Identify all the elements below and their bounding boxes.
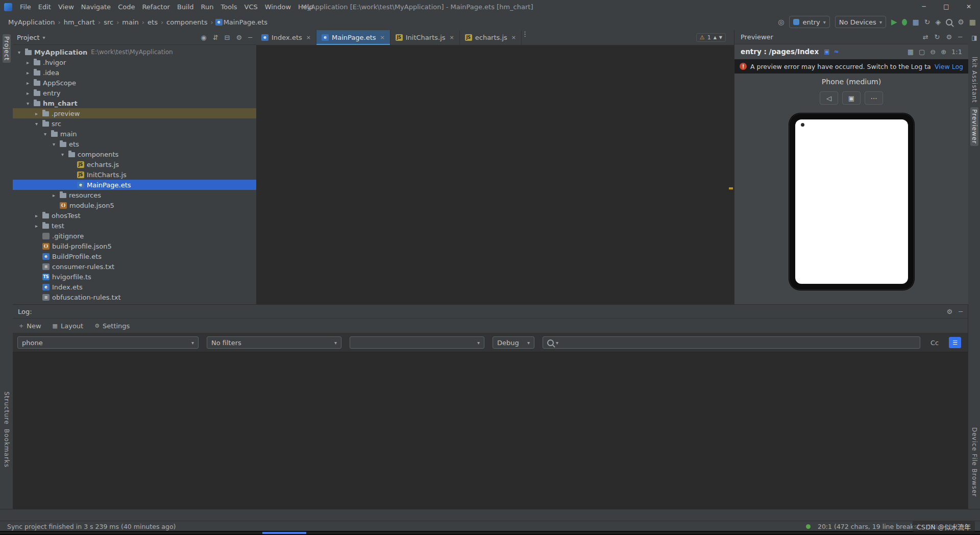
chevron-down-icon[interactable]: ▾ <box>18 50 25 55</box>
menu-window[interactable]: Window <box>261 3 295 11</box>
collapse-all-icon[interactable]: ⊟ <box>225 34 230 41</box>
tree-item-AppScope[interactable]: ▸AppScope <box>13 78 256 88</box>
tree-item-entry[interactable]: ▸entry <box>13 88 256 98</box>
settings-icon[interactable]: ⚙ <box>946 33 952 41</box>
chevron-right-icon[interactable]: ▸ <box>35 111 42 116</box>
chevron-right-icon[interactable]: ▸ <box>35 223 42 229</box>
close-tab-icon[interactable]: × <box>380 34 385 41</box>
tree-item-MyApplication[interactable]: ▾MyApplicationE:\work\test\MyApplication <box>13 47 256 57</box>
inspection-widget[interactable]: ⚠ 1 ▲ ▼ <box>696 33 726 42</box>
editor-tab-MainPage.ets[interactable]: eMainPage.ets× <box>316 30 390 45</box>
editor-tab-echarts.js[interactable]: JSecharts.js× <box>460 30 522 45</box>
sync-icon[interactable]: ↻ <box>924 18 930 26</box>
hot-reload-icon[interactable]: ▣ <box>824 48 829 55</box>
close-button[interactable]: ✕ <box>958 0 980 14</box>
menu-refactor[interactable]: Refactor <box>138 3 174 11</box>
chevron-right-icon[interactable]: ▸ <box>35 213 42 218</box>
settings-icon[interactable]: ⚙ <box>947 308 953 315</box>
tree-item-echarts.js[interactable]: JSecharts.js <box>13 159 256 169</box>
tree-item-MainPage.ets[interactable]: eMainPage.ets <box>13 180 256 190</box>
match-case-toggle[interactable]: Cc <box>928 339 941 347</box>
locate-file-icon[interactable]: ◉ <box>201 34 206 41</box>
breadcrumb-item-src[interactable]: src <box>103 18 114 26</box>
hide-panel-icon[interactable]: ─ <box>958 33 962 41</box>
inspection-status-icon[interactable] <box>806 524 811 529</box>
chevron-right-icon[interactable]: ▸ <box>27 60 34 65</box>
menu-code[interactable]: Code <box>114 3 138 11</box>
breadcrumb-item-ets[interactable]: ets <box>146 18 159 26</box>
debug-button[interactable] <box>902 19 907 26</box>
zoom-out-icon[interactable]: ⊖ <box>930 48 936 56</box>
breadcrumb-item-hm_chart[interactable]: hm_chart <box>63 18 96 26</box>
tree-item-main[interactable]: ▾main <box>13 129 256 139</box>
tree-item-.idea[interactable]: ▸.idea <box>13 67 256 78</box>
grid-view-icon[interactable]: ▦ <box>908 48 914 56</box>
menu-build[interactable]: Build <box>174 3 198 11</box>
attach-profiler-icon[interactable]: ▦ <box>912 18 919 26</box>
zoom-in-icon[interactable]: ⊕ <box>941 48 946 56</box>
stripe-tab-project[interactable]: Project <box>3 34 11 63</box>
breadcrumb-item-MainPage.ets[interactable]: MainPage.ets <box>223 18 269 26</box>
caret-position[interactable]: 20:1 (472 chars, 19 line breaks) <box>818 523 920 530</box>
dynamic-preview-icon[interactable]: ≈ <box>834 48 839 55</box>
tree-item-obfuscation-rules.txt[interactable]: ≡obfuscation-rules.txt <box>13 292 256 302</box>
video-progress-track[interactable] <box>0 532 980 534</box>
close-tab-icon[interactable]: × <box>511 34 516 41</box>
view-log-link[interactable]: View Log <box>935 63 963 70</box>
chevron-down-icon[interactable]: ▾ <box>61 152 68 157</box>
chevron-down-icon[interactable]: ▾ <box>42 35 45 40</box>
settings-icon[interactable]: ⚙ <box>958 18 964 26</box>
menu-tools[interactable]: Tools <box>217 3 241 11</box>
prev-warning-icon[interactable]: ▲ <box>714 35 717 40</box>
menu-vcs[interactable]: VCS <box>241 3 261 11</box>
tree-item-Index.ets[interactable]: eIndex.ets <box>13 282 256 292</box>
chevron-down-icon[interactable]: ▾ <box>27 101 34 106</box>
hide-panel-icon[interactable]: ─ <box>248 34 252 41</box>
menu-run[interactable]: Run <box>198 3 217 11</box>
log-filter-select-2[interactable]: ▾ <box>350 336 484 349</box>
menu-edit[interactable]: Edit <box>35 3 55 11</box>
tree-item-.preview[interactable]: ▸.preview <box>13 108 256 118</box>
stripe-tab-bookmarks[interactable]: Bookmarks <box>3 429 10 468</box>
breadcrumb-item-MyApplication[interactable]: MyApplication <box>7 18 56 26</box>
video-progress-played[interactable] <box>262 532 306 534</box>
log-level-select[interactable]: Debug▾ <box>493 336 534 349</box>
log-filter-select[interactable]: No filters▾ <box>207 336 341 349</box>
stripe-tab-device-file-browser[interactable]: Device File Browser <box>971 427 978 497</box>
tree-item-build-profile.json5[interactable]: {}build-profile.json5 <box>13 241 256 251</box>
minimize-button[interactable]: ─ <box>913 0 935 14</box>
tree-item-test[interactable]: ▸test <box>13 221 256 231</box>
maximize-button[interactable]: □ <box>935 0 958 14</box>
chevron-down-icon[interactable]: ▾ <box>44 131 51 137</box>
tree-item-.gitignore[interactable]: .gitignore <box>13 231 256 241</box>
tree-item-hm_chart[interactable]: ▾hm_chart <box>13 98 256 108</box>
stripe-tab-previewer[interactable]: Previewer <box>970 107 978 146</box>
stripe-tab-structure[interactable]: Structure <box>3 392 10 425</box>
tree-item-src[interactable]: ▾src <box>13 118 256 129</box>
refresh-icon[interactable]: ↻ <box>935 33 940 41</box>
chevron-right-icon[interactable]: ▸ <box>27 70 34 76</box>
layout-button[interactable]: ▦Layout <box>53 322 84 330</box>
chevron-right-icon[interactable]: ▸ <box>27 90 34 96</box>
zoom-level[interactable]: 1:1 <box>951 48 962 56</box>
settings-icon[interactable]: ⚙ <box>236 34 242 41</box>
stripe-tab-lkit-assistant[interactable]: lkit Assistant <box>971 57 978 103</box>
tree-item-hvigorfile.ts[interactable]: TShvigorfile.ts <box>13 272 256 282</box>
close-tab-icon[interactable]: × <box>450 34 454 41</box>
menu-file[interactable]: File <box>16 3 35 11</box>
run-button[interactable]: ▶ <box>891 17 897 27</box>
expand-all-icon[interactable]: ⇵ <box>213 34 218 41</box>
tree-item-resources[interactable]: ▸resources <box>13 190 256 200</box>
orientation-icon[interactable]: ⇄ <box>923 33 928 41</box>
tree-item-consumer-rules.txt[interactable]: ≡consumer-rules.txt <box>13 261 256 272</box>
tool-window-icon[interactable]: ◨ <box>968 34 980 41</box>
chevron-right-icon[interactable]: ▸ <box>53 192 60 198</box>
tree-item-BuildProfile.ets[interactable]: eBuildProfile.ets <box>13 251 256 261</box>
target-icon[interactable]: ◎ <box>778 18 784 26</box>
tree-item-.hvigor[interactable]: ▸.hvigor <box>13 57 256 67</box>
device-select[interactable]: No Devices ▾ <box>835 16 886 28</box>
chevron-down-icon[interactable]: ▾ <box>35 121 42 127</box>
breadcrumb-item-main[interactable]: main <box>121 18 139 26</box>
tree-item-module.json5[interactable]: {}module.json5 <box>13 200 256 210</box>
editor-tab-Index.ets[interactable]: eIndex.ets× <box>256 30 316 45</box>
